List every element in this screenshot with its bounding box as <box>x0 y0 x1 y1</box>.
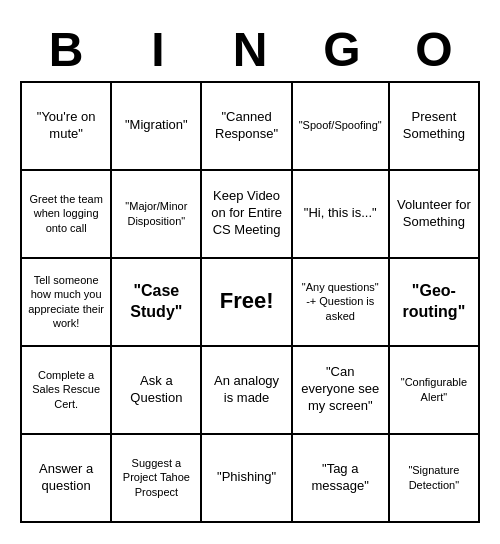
bingo-cell: Keep Video on for Entire CS Meeting <box>202 171 292 259</box>
bingo-cell: "Canned Response" <box>202 83 292 171</box>
bingo-cell: Volunteer for Something <box>390 171 480 259</box>
bingo-cell: "Spoof/Spoofing" <box>293 83 390 171</box>
bingo-cell: Greet the team when logging onto call <box>22 171 112 259</box>
letter-n: N <box>206 22 294 77</box>
bingo-cell: "You're on mute" <box>22 83 112 171</box>
bingo-cell: Complete a Sales Rescue Cert. <box>22 347 112 435</box>
bingo-cell: "Signature Detection" <box>390 435 480 523</box>
bingo-cell: Present Something <box>390 83 480 171</box>
bingo-cell: Suggest a Project Tahoe Prospect <box>112 435 202 523</box>
letter-i: I <box>114 22 202 77</box>
bingo-cell: "Case Study" <box>112 259 202 347</box>
letter-o: O <box>390 22 478 77</box>
bingo-cell: "Tag a message" <box>293 435 390 523</box>
bingo-cell: Tell someone how much you appreciate the… <box>22 259 112 347</box>
bingo-cell: "Phishing" <box>202 435 292 523</box>
bingo-title: B I N G O <box>20 22 480 77</box>
bingo-cell: An analogy is made <box>202 347 292 435</box>
bingo-cell: Free! <box>202 259 292 347</box>
bingo-cell: "Configurable Alert" <box>390 347 480 435</box>
bingo-cell: "Major/Minor Disposition" <box>112 171 202 259</box>
bingo-cell: Ask a Question <box>112 347 202 435</box>
bingo-cell: "Any questions" -+ Question is asked <box>293 259 390 347</box>
bingo-card: B I N G O "You're on mute""Migration""Ca… <box>10 12 490 533</box>
bingo-cell: "Hi, this is..." <box>293 171 390 259</box>
bingo-cell: Answer a question <box>22 435 112 523</box>
bingo-cell: "Can everyone see my screen" <box>293 347 390 435</box>
bingo-cell: "Geo-routing" <box>390 259 480 347</box>
letter-b: B <box>22 22 110 77</box>
bingo-grid: "You're on mute""Migration""Canned Respo… <box>20 81 480 523</box>
letter-g: G <box>298 22 386 77</box>
bingo-cell: "Migration" <box>112 83 202 171</box>
